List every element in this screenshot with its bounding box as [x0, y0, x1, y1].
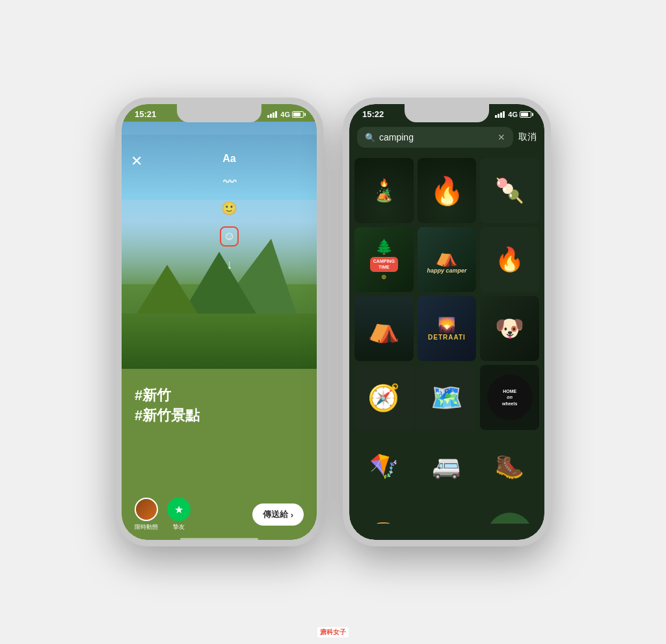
- signal-icon: [267, 111, 277, 118]
- sticker-marshmallow[interactable]: 🍡: [480, 158, 539, 223]
- emoji-button-highlighted[interactable]: ☺: [220, 226, 238, 247]
- story-label: 限時動態: [135, 523, 158, 531]
- clear-button[interactable]: ✕: [498, 132, 505, 142]
- sticker-detraati[interactable]: 🌄 DETRAATI: [418, 296, 477, 361]
- sticker-adventures[interactable]: MORE 🏔️ Adventures: [480, 503, 539, 524]
- sticker-tent-2[interactable]: ⛺: [418, 503, 477, 524]
- search-input-wrap[interactable]: 🔍 camping ✕: [357, 127, 513, 148]
- sticker-camper-van[interactable]: 🚐: [418, 434, 477, 499]
- sticker-happy-camper[interactable]: ⛺ happy camper: [418, 227, 477, 292]
- time-2: 15:22: [362, 109, 384, 119]
- sticker-camping-time[interactable]: 🌲 CAMPINGTIME ⊕: [354, 227, 414, 292]
- search-text: camping: [379, 132, 494, 142]
- arrow-icon: ›: [291, 510, 293, 520]
- adventures-badge: MORE 🏔️ Adventures: [487, 513, 533, 524]
- sticker-home-wheels[interactable]: HOMEonwheels: [480, 365, 539, 430]
- watermark: 溏科女子: [317, 627, 349, 637]
- text-tool-button[interactable]: Aa 〰 🙂 ☺ ↓: [151, 153, 308, 272]
- sticker-toasty-marshmallow[interactable]: 🔥: [480, 227, 539, 292]
- story-image-area: ✕ Aa 〰 🙂 ☺ ↓: [122, 122, 317, 369]
- cancel-button[interactable]: 取消: [518, 131, 537, 143]
- squiggle-icon[interactable]: 〰: [223, 175, 236, 190]
- sticker-fire-icon[interactable]: 🔥 🏕️: [354, 158, 414, 223]
- emoji-icon[interactable]: ☺: [223, 230, 235, 243]
- close-friends-button[interactable]: ★: [167, 498, 191, 521]
- network-label: 4G: [280, 111, 290, 118]
- sticker-grid: 🔥 🏕️ 🔥 🍡 🌲 CAMPINGTIME ⊕: [349, 153, 544, 524]
- battery-icon-2: [520, 111, 531, 118]
- phone-1: 15:21 4G ✕: [115, 98, 323, 546]
- aa-label[interactable]: Aa: [222, 153, 235, 165]
- status-bar-1: 15:21 4G: [122, 104, 317, 122]
- sticker-dark-tent[interactable]: ⛺: [354, 296, 414, 361]
- sticker-face-icon[interactable]: 🙂: [221, 200, 237, 216]
- sticker-twig[interactable]: 🪵: [354, 503, 414, 524]
- sticker-boots[interactable]: 🥾: [480, 434, 539, 499]
- download-icon[interactable]: ↓: [226, 257, 233, 272]
- sticker-map[interactable]: 🗺️: [418, 365, 477, 430]
- action-left: 限時動態 ★ 摯友: [135, 498, 191, 531]
- home-indicator: [180, 538, 258, 540]
- close-friends-label: 摯友: [173, 523, 185, 531]
- story-bottom: #新竹 #新竹景點 限時動態 ★ 摯友: [122, 369, 317, 540]
- happy-camper-text: happy camper: [427, 267, 466, 274]
- status-icons-2: 4G: [495, 111, 531, 118]
- send-button[interactable]: 傳送給 ›: [252, 503, 304, 526]
- close-button[interactable]: ✕: [131, 153, 142, 170]
- story-actions: 限時動態 ★ 摯友 傳送給 ›: [135, 498, 304, 538]
- time-1: 15:21: [135, 109, 156, 119]
- phone-2: 15:22 4G 🔍 camping ✕ 取消 🔥: [343, 98, 551, 546]
- battery-icon: [292, 111, 304, 118]
- detraati-text: DETRAATI: [428, 334, 466, 341]
- network-label-2: 4G: [508, 111, 518, 118]
- search-icon: 🔍: [365, 133, 375, 142]
- status-icons-1: 4G: [267, 111, 304, 118]
- sticker-snoopy[interactable]: 🐶: [480, 296, 539, 361]
- sticker-hammock[interactable]: 🪁: [354, 434, 414, 499]
- sticker-compass[interactable]: 🧭: [354, 365, 414, 430]
- send-label: 傳送給: [263, 509, 288, 520]
- status-bar-2: 15:22 4G: [349, 104, 544, 122]
- sticker-campfire[interactable]: 🔥: [418, 158, 477, 223]
- avatar: [135, 498, 158, 521]
- search-bar: 🔍 camping ✕ 取消: [349, 122, 544, 153]
- home-wheels-badge: HOMEonwheels: [487, 375, 533, 420]
- signal-icon-2: [495, 111, 505, 118]
- story-hashtags: #新竹 #新竹景點: [135, 386, 304, 426]
